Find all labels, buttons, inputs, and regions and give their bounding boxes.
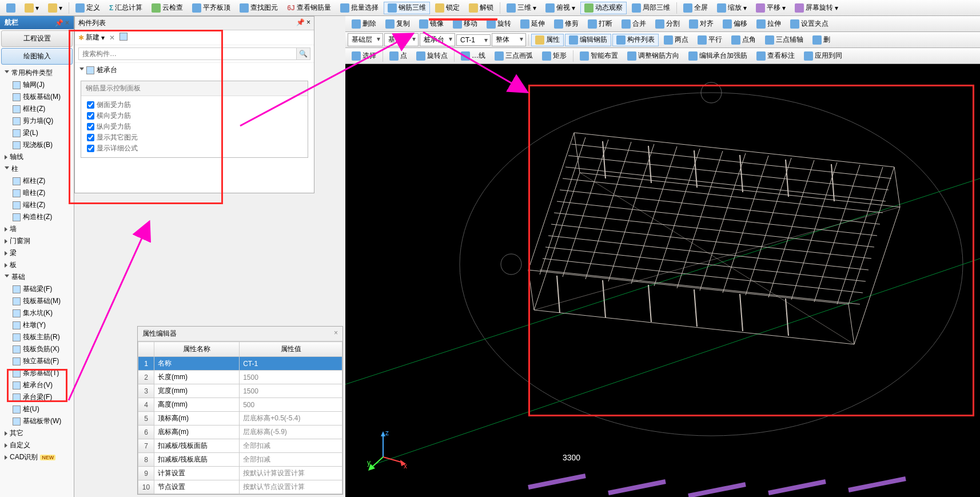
nav-item[interactable]: 构造柱(Z) (0, 211, 74, 223)
tb-full[interactable]: 全屏 (679, 2, 712, 14)
tb2-btn[interactable]: 修剪 (550, 18, 583, 30)
tb4-btn[interactable]: 选择 (348, 50, 380, 62)
nav-group[interactable]: 基础 (0, 271, 74, 283)
tb2-btn[interactable]: 分割 (651, 18, 684, 30)
check-row[interactable]: 横向受力筋 (87, 110, 302, 121)
filter-dd[interactable]: 整体 (492, 33, 526, 46)
tb4-btn[interactable]: 矩形 (538, 50, 571, 62)
nav-item[interactable]: 基础板带(W) (0, 415, 74, 427)
tb3-btn[interactable]: 编辑钢筋 (565, 34, 611, 46)
nav-item[interactable]: 框柱(Z) (0, 103, 74, 115)
tb4-btn[interactable]: 应用到同 (800, 50, 846, 62)
tb-sum[interactable]: Σ汇总计算 (105, 2, 146, 14)
tb4-btn[interactable]: 调整钢筋方向 (623, 50, 683, 62)
nav-item[interactable]: 端柱(Z) (0, 199, 74, 211)
tb2-btn[interactable]: 删除 (348, 18, 380, 30)
tb-rotate[interactable]: 屏幕旋转▾ (791, 2, 842, 14)
check-row[interactable]: 侧面受力筋 (87, 100, 302, 110)
nav-item[interactable]: 轴网(J) (0, 79, 74, 91)
nav-item[interactable]: 基础梁(F) (0, 283, 74, 295)
nav-group[interactable]: 轴线 (0, 151, 74, 163)
viewport-3d[interactable]: 3300 (345, 64, 980, 497)
tb-viewrebar[interactable]: 6J查看钢筋量 (283, 2, 334, 14)
root-node[interactable]: 桩承台 (75, 63, 314, 77)
nav-item[interactable]: 梁(L) (0, 127, 74, 139)
pin-icon[interactable]: 📌 × (55, 19, 69, 27)
nav-item[interactable]: 柱墩(Y) (0, 319, 74, 331)
pin-close[interactable]: 📌 × (296, 18, 310, 28)
prop-row[interactable]: 9计算设置按默认计算设置计算 (138, 467, 342, 480)
tb-3d[interactable]: 三维▾ (503, 2, 540, 14)
tb2-btn[interactable]: 打断 (584, 18, 616, 30)
prop-row[interactable]: 3宽度(mm)1500 (138, 384, 342, 398)
tb2-btn[interactable]: 复制 (381, 18, 414, 30)
nav-item[interactable]: 筏板负筋(X) (0, 343, 74, 355)
search-input[interactable] (78, 47, 297, 60)
tb2-btn[interactable]: 延伸 (516, 18, 549, 30)
nav-item[interactable]: 桩(U) (0, 403, 74, 415)
nav-group[interactable]: 梁 (0, 247, 74, 259)
nav-item[interactable]: 筏板基础(M) (0, 91, 74, 103)
tb2-btn[interactable]: 设置夹点 (786, 18, 832, 30)
tb3-btn[interactable]: 平行 (694, 34, 726, 46)
check-row[interactable]: 显示详细公式 (87, 143, 302, 154)
nav-group[interactable]: 其它 (0, 427, 74, 439)
copy-icon[interactable] (119, 33, 128, 42)
nav-item[interactable]: 框柱(Z) (0, 175, 74, 187)
tb3-btn[interactable]: 两点 (660, 34, 692, 46)
tb2-btn[interactable]: 合并 (618, 18, 650, 30)
search-button[interactable]: 🔍 (297, 47, 310, 60)
tb-flattop[interactable]: 平齐板顶 (188, 2, 234, 14)
tb4-btn[interactable]: 点 (385, 50, 411, 62)
tb-top[interactable]: 俯视▾ (541, 2, 579, 14)
tb-unlock[interactable]: 解锁 (465, 2, 497, 14)
tb-define[interactable]: 定义 (71, 2, 104, 14)
prop-row[interactable]: 2长度(mm)1500 (138, 371, 342, 384)
close-icon[interactable]: × (334, 329, 338, 339)
tb2-btn[interactable]: 偏移 (719, 18, 751, 30)
tb-rebar3d[interactable]: 钢筋三维 (384, 2, 430, 14)
btn-draw[interactable]: 绘图输入 (1, 48, 73, 65)
check-row[interactable]: 显示其它图元 (87, 132, 302, 143)
nav-item[interactable]: 筏板主筋(R) (0, 331, 74, 343)
prop-row[interactable]: 6底标高(m)层底标高(-5.9) (138, 426, 342, 439)
tb4-btn[interactable]: 编辑承台加强筋 (684, 50, 751, 62)
prop-row[interactable]: 10节点设置按默认节点设置计算 (138, 480, 342, 494)
tb3-btn[interactable]: 属性 (531, 34, 564, 46)
nav-group[interactable]: 墙 (0, 223, 74, 235)
nav-item[interactable]: 集水坑(K) (0, 307, 74, 319)
prop-row[interactable]: 7扣减板/筏板面筋全部扣减 (138, 439, 342, 453)
nav-item[interactable]: 筏板基础(M) (0, 295, 74, 307)
filter-dd[interactable]: CT-1 (456, 34, 491, 46)
prop-row[interactable]: 4高度(mm)500 (138, 398, 342, 412)
nav-item[interactable]: 桩承台(V) (0, 379, 74, 391)
tb-find[interactable]: 查找图元 (236, 2, 282, 14)
prop-row[interactable]: 1名称CT-1 (138, 357, 342, 371)
nav-item[interactable]: 暗柱(Z) (0, 187, 74, 199)
tb-orbit[interactable]: 动态观察 (580, 2, 627, 14)
prop-row[interactable]: 8扣减板/筏板底筋全部扣减 (138, 453, 342, 467)
nav-group[interactable]: 门窗洞 (0, 235, 74, 247)
nav-item[interactable]: 独立基础(F) (0, 355, 74, 367)
tb-lock[interactable]: 锁定 (431, 2, 464, 14)
save-icon[interactable] (2, 2, 19, 14)
btn-project[interactable]: 工程设置 (1, 30, 73, 47)
tb2-btn[interactable]: 拉伸 (752, 18, 785, 30)
tb4-btn[interactable]: …线 (457, 50, 489, 62)
tb4-btn[interactable]: 旋转点 (412, 50, 452, 62)
tb4-btn[interactable]: 智能布置 (576, 50, 622, 62)
nav-group[interactable]: 板 (0, 259, 74, 271)
filter-dd[interactable]: 基础层 (348, 33, 383, 46)
tb-batchsel[interactable]: 批量选择 (336, 2, 383, 14)
tb3-btn[interactable]: 三点辅轴 (761, 34, 807, 46)
filter-dd[interactable]: 桩承台 (420, 33, 455, 46)
filter-dd[interactable]: 基… (384, 33, 419, 46)
tb4-btn[interactable]: 查看标注 (752, 50, 799, 62)
nav-item[interactable]: 剪力墙(Q) (0, 115, 74, 127)
tb4-btn[interactable]: 三点画弧 (491, 50, 537, 62)
delete-icon[interactable]: ✕ (109, 34, 115, 42)
nav-group[interactable]: CAD识别NEW (0, 451, 74, 463)
tb2-btn[interactable]: 对齐 (685, 18, 718, 30)
nav-item[interactable]: 承台梁(F) (0, 391, 74, 403)
new-button[interactable]: ✱新建▾ (78, 33, 105, 42)
